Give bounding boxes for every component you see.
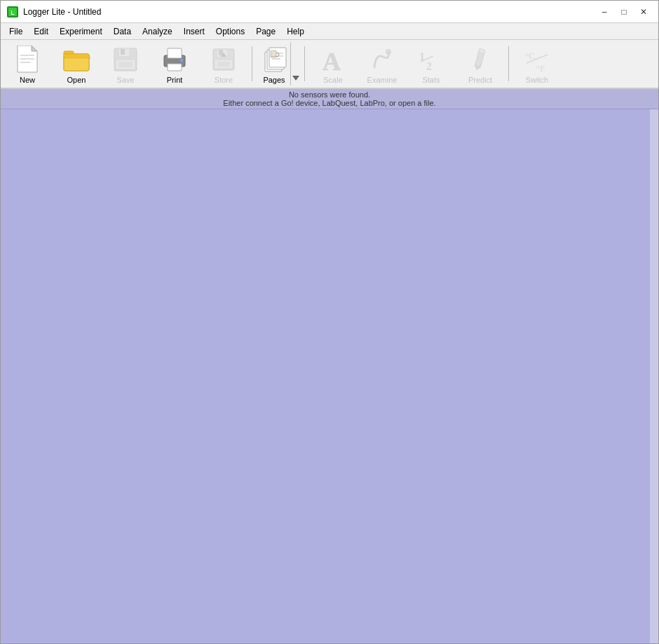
- toolbar: New Open: [1, 40, 658, 89]
- save-icon: [111, 45, 140, 74]
- status-bar: No sensors were found. Either connect a …: [1, 89, 658, 109]
- print-icon: [160, 45, 189, 74]
- menu-data[interactable]: Data: [108, 25, 137, 38]
- open-icon: [62, 45, 91, 74]
- menu-analyze[interactable]: Analyze: [137, 25, 178, 38]
- title-bar: L Logger Lite - Untitled – □ ✕: [1, 1, 658, 23]
- svg-text:L: L: [11, 9, 15, 16]
- app-icon: L: [6, 6, 19, 18]
- new-button[interactable]: New: [4, 42, 51, 85]
- menu-insert[interactable]: Insert: [178, 25, 210, 38]
- switch-label: Switch: [526, 76, 548, 84]
- title-bar-controls: – □ ✕: [595, 5, 653, 19]
- switch-button: °C °F Switch: [513, 42, 561, 85]
- toolbar-sep-2: [304, 46, 305, 81]
- stats-label: Stats: [422, 76, 440, 84]
- examine-icon: [367, 45, 397, 74]
- maximize-button[interactable]: □: [615, 5, 633, 19]
- store-label: Store: [215, 76, 233, 84]
- svg-point-19: [180, 59, 183, 62]
- close-button[interactable]: ✕: [634, 5, 653, 19]
- status-line1: No sensors were found.: [289, 90, 370, 99]
- scrollbar[interactable]: [650, 109, 658, 643]
- open-label: Open: [67, 76, 86, 84]
- svg-rect-17: [168, 48, 182, 58]
- svg-text:2: 2: [426, 60, 432, 72]
- svg-rect-18: [168, 64, 182, 71]
- title-bar-left: L Logger Lite - Untitled: [6, 6, 101, 18]
- predict-icon: [466, 45, 495, 74]
- examine-button: Examine: [358, 42, 406, 85]
- scale-icon: A: [318, 45, 348, 74]
- menu-experiment[interactable]: Experiment: [54, 25, 108, 38]
- main-content: [1, 109, 658, 643]
- scale-label: Scale: [323, 76, 343, 84]
- svg-marker-4: [32, 46, 37, 51]
- pages-button-wrap[interactable]: Pages: [257, 42, 300, 85]
- switch-icon: °C °F: [522, 45, 552, 74]
- svg-marker-33: [292, 76, 299, 81]
- svg-rect-15: [118, 62, 133, 67]
- menu-page[interactable]: Page: [250, 25, 281, 38]
- toolbar-sep-1: [252, 46, 252, 81]
- new-icon: [13, 45, 42, 74]
- pages-dropdown-arrow[interactable]: [290, 42, 300, 85]
- store-icon: [209, 45, 238, 74]
- store-button: Store: [200, 42, 247, 85]
- menu-help[interactable]: Help: [281, 25, 310, 38]
- save-label: Save: [116, 76, 134, 84]
- open-button[interactable]: Open: [53, 42, 100, 85]
- scale-button: A Scale: [309, 42, 357, 85]
- predict-button: Predict: [456, 42, 504, 85]
- minimize-button[interactable]: –: [595, 5, 613, 19]
- menu-edit[interactable]: Edit: [28, 25, 54, 38]
- pages-button[interactable]: Pages: [257, 42, 290, 85]
- svg-rect-13: [121, 49, 125, 55]
- app-window: L Logger Lite - Untitled – □ ✕ File Edit…: [0, 0, 659, 644]
- menu-bar: File Edit Experiment Data Analyze Insert…: [1, 23, 658, 40]
- title-text: Logger Lite - Untitled: [23, 7, 101, 17]
- svg-text:°F: °F: [536, 63, 545, 73]
- status-line2: Either connect a Go! device, LabQuest, L…: [223, 99, 435, 107]
- pages-icon: [259, 45, 289, 74]
- stats-button: 1 2 Stats: [407, 42, 455, 85]
- svg-rect-24: [217, 62, 230, 67]
- print-label: Print: [167, 76, 183, 84]
- predict-label: Predict: [468, 76, 492, 84]
- menu-file[interactable]: File: [4, 25, 28, 38]
- svg-text:A: A: [322, 48, 341, 73]
- toolbar-sep-3: [508, 46, 509, 81]
- save-button: Save: [102, 42, 149, 85]
- pages-label: Pages: [263, 76, 285, 84]
- examine-label: Examine: [367, 76, 398, 84]
- new-label: New: [20, 76, 35, 84]
- svg-text:°C: °C: [525, 50, 535, 61]
- stats-icon: 1 2: [416, 45, 446, 74]
- print-button[interactable]: Print: [151, 42, 198, 85]
- svg-rect-22: [219, 50, 223, 55]
- menu-options[interactable]: Options: [210, 25, 250, 38]
